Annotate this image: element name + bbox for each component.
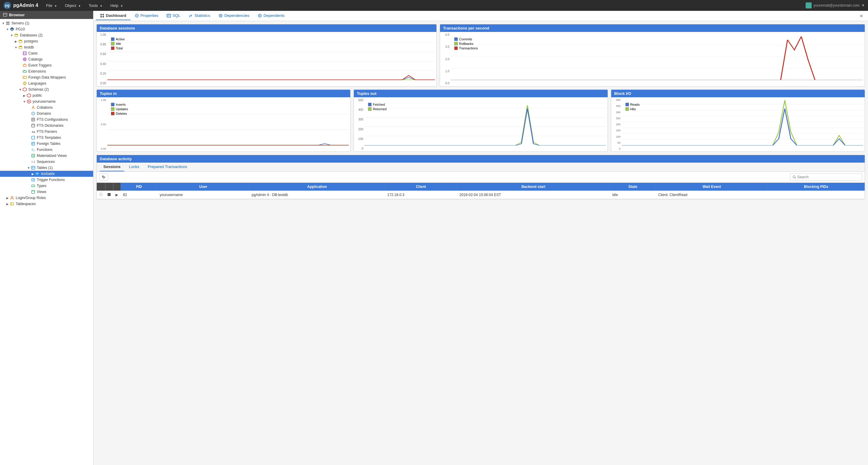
help-menu[interactable]: Help ▼ <box>107 2 126 9</box>
sidebar-item-public[interactable]: ▶ public <box>0 93 93 98</box>
db-sessions-body: 1.00 0.80 0.60 0.40 0.20 0.00 Activ <box>97 32 436 86</box>
row-stop-btn[interactable] <box>105 191 113 199</box>
sidebar-item-tablespaces[interactable]: ▶ Tablespaces <box>0 201 93 207</box>
sidebar-item-fts-config[interactable]: ▶ FTS Configurations <box>0 117 93 123</box>
col-user: User <box>157 183 249 191</box>
tab-dependencies[interactable]: Dependencies <box>214 11 253 20</box>
sidebar-item-sequences[interactable]: ▶ 1.3 Sequences <box>0 159 93 165</box>
sidebar-item-casts[interactable]: ▶ Casts <box>0 50 93 56</box>
sidebar-item-postgres[interactable]: ▶ postgres <box>0 38 93 44</box>
fts-tmpl-icon <box>31 135 36 140</box>
cell-application: pgAdmin 4 - DB:testdb <box>249 191 385 199</box>
col-wait-event: Wait Event <box>656 183 768 191</box>
object-menu[interactable]: Object ▼ <box>62 2 84 9</box>
sidebar-item-types[interactable]: ▶ Types <box>0 183 93 189</box>
tab-properties[interactable]: Properties <box>130 11 162 20</box>
svg-rect-46 <box>32 155 34 157</box>
tools-menu[interactable]: Tools ▼ <box>86 2 105 9</box>
sidebar-item-yourusername[interactable]: ▼ yourusername <box>0 98 93 104</box>
legend-transactions-label: Transactions <box>459 46 478 50</box>
sidebar-item-pg10[interactable]: ▼ pg PG10 <box>0 26 93 32</box>
activity-tab-prepared-transactions[interactable]: Prepared Transactions <box>144 163 191 171</box>
postgres-toggle[interactable]: ▶ <box>14 40 18 43</box>
search-input[interactable] <box>797 175 860 179</box>
sidebar-item-fdw[interactable]: ▶ Foreign Data Wrappers <box>0 74 93 80</box>
sidebar-item-databases[interactable]: ▼ Databases (2) <box>0 32 93 38</box>
sidebar-item-fts-dict[interactable]: ▶ FTS Dictionaries <box>0 123 93 129</box>
tablespaces-toggle[interactable]: ▶ <box>5 202 10 206</box>
sidebar-item-fts-parser[interactable]: ▶ Aa FTS Parsers <box>0 129 93 135</box>
file-menu[interactable]: File ▼ <box>43 2 60 9</box>
tuples-in-svg <box>107 98 349 145</box>
topbar: pg pgAdmin 4 File ▼ Object ▼ Tools ▼ Hel… <box>0 0 868 11</box>
legend-fetched-color <box>368 103 372 106</box>
postgres-label: postgres <box>24 39 38 43</box>
svg-rect-64 <box>102 16 104 18</box>
sidebar-item-testdb[interactable]: ▼ testdb <box>0 44 93 50</box>
yourusername-toggle[interactable]: ▼ <box>22 100 27 103</box>
activity-tab-locks[interactable]: Locks <box>125 163 143 171</box>
schemas-toggle[interactable]: ▼ <box>18 88 22 91</box>
tab-dependents[interactable]: Dependents <box>253 11 289 20</box>
sidebar-item-servers[interactable]: ▼ Servers (1) <box>0 20 93 26</box>
svg-rect-55 <box>32 185 35 187</box>
tab-statistics[interactable]: Statistics <box>184 11 214 20</box>
legend-inserts: Inserts <box>111 103 128 106</box>
sidebar-item-roles[interactable]: ▶ Login/Group Roles <box>0 195 93 201</box>
yourusername-icon <box>27 99 31 104</box>
domains-label: Domains <box>37 111 51 115</box>
sidebar-item-collations[interactable]: ▶ Collations <box>0 104 93 110</box>
roles-icon <box>10 195 14 200</box>
legend-deletes-color <box>111 112 115 115</box>
sidebar-item-foreign-tables[interactable]: ▶ Foreign Tables <box>0 141 93 147</box>
tab-dashboard[interactable]: Dashboard <box>96 11 130 20</box>
sidebar-item-schemas[interactable]: ▼ Schemas (2) <box>0 87 93 93</box>
sidebar-item-catalogs[interactable]: ▶ Catalogs <box>0 56 93 62</box>
sidebar-item-fts-tmpl[interactable]: ▶ FTS Templates <box>0 135 93 141</box>
tuples-in-body: 1.00 0.50 0.00 In <box>97 97 350 152</box>
sidebar-item-functions[interactable]: ▶ f() Functions <box>0 147 93 153</box>
databases-toggle[interactable]: ▼ <box>10 34 14 37</box>
testtable-expand[interactable]: ▶ <box>31 172 35 175</box>
svg-point-27 <box>28 101 30 102</box>
row-info-btn[interactable]: ⓘ <box>97 191 105 199</box>
block-io-title: Block I/O <box>614 91 631 96</box>
tables-toggle[interactable]: ▼ <box>27 166 31 170</box>
legend-transactions-color <box>454 46 458 50</box>
svg-rect-40 <box>32 142 35 145</box>
functions-label: Functions <box>37 147 53 152</box>
db-sessions-panel: Database sessions 1.00 0.80 0.60 0.40 0.… <box>96 24 437 87</box>
db-sessions-legend: Active Idle Total <box>111 37 125 50</box>
sidebar-item-languages[interactable]: ▶ Languages <box>0 80 93 87</box>
sidebar-item-views[interactable]: ▶ Views <box>0 189 93 195</box>
event-triggers-label: Event Triggers <box>28 63 52 67</box>
sidebar-item-domains[interactable]: ▶ Domains <box>0 110 93 117</box>
search-box <box>790 173 862 181</box>
svg-point-10 <box>19 46 22 47</box>
user-menu-arrow: ▼ <box>861 3 865 7</box>
tab-sql[interactable]: SQL <box>162 11 184 20</box>
roles-toggle[interactable]: ▶ <box>5 196 10 200</box>
pg10-toggle[interactable]: ▼ <box>5 28 10 31</box>
row-play-btn[interactable]: ▶ <box>113 191 121 199</box>
tab-close-button[interactable]: ✕ <box>857 12 866 20</box>
legend-deletes-label: Deletes <box>116 112 127 115</box>
sidebar-item-mat-views[interactable]: ▶ Materialized Views <box>0 153 93 159</box>
tuples-out-legend: Fetched Returned <box>368 103 386 111</box>
legend-hits-color <box>625 107 629 111</box>
public-toggle[interactable]: ▶ <box>22 94 27 97</box>
sidebar-item-extensions[interactable]: ▶ Extensions <box>0 68 93 74</box>
col-client: Client <box>385 183 457 191</box>
testdb-toggle[interactable]: ▼ <box>14 46 18 49</box>
servers-toggle[interactable]: ▼ <box>1 22 5 25</box>
legend-idle-color <box>111 42 115 45</box>
sidebar-item-event-triggers[interactable]: ▶ Event Triggers <box>0 62 93 68</box>
block-io-body: 400 350 300 250 200 150 100 50 0 <box>611 97 865 152</box>
sidebar-item-tables[interactable]: ▼ Tables (1) <box>0 165 93 171</box>
activity-tab-sessions[interactable]: Sessions <box>100 163 124 171</box>
sidebar-item-trigger-funcs[interactable]: ▶ Trigger Functions <box>0 177 93 183</box>
topbar-user: youremail@yourdomain.com ▼ <box>806 2 865 8</box>
legend-hits: Hits <box>625 107 640 111</box>
refresh-button[interactable]: ↻ <box>99 173 108 181</box>
sidebar-item-testtable[interactable]: ▶ testtable <box>0 171 93 177</box>
